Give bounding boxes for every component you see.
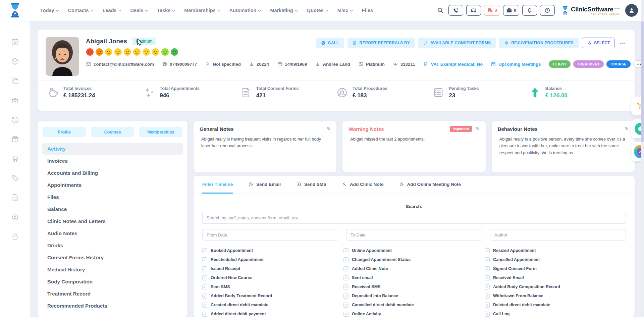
- timeline-search-input[interactable]: [202, 212, 626, 224]
- timeline-filter-item[interactable]: ✓ Sent email: [343, 275, 485, 280]
- nav-tasks[interactable]: Tasks: [157, 8, 175, 13]
- select-button[interactable]: SELECT: [582, 38, 615, 48]
- notifications-button[interactable]: [522, 5, 537, 16]
- menu-recommended-products[interactable]: Recommended Products: [42, 300, 183, 312]
- search-icon[interactable]: [435, 5, 445, 15]
- dob-detail[interactable]: 14/09/1969: [277, 61, 307, 67]
- checkbox[interactable]: ✓: [202, 248, 207, 253]
- menu-consent-forms-history[interactable]: Consent Forms History: [42, 252, 183, 263]
- timeline-filter-item[interactable]: ✓ Cancelled Appointment: [485, 257, 626, 262]
- calendar-icon[interactable]: [10, 38, 20, 47]
- tab-add-clinic-note[interactable]: Add Clinic Note: [342, 176, 384, 194]
- owner-detail[interactable]: Andree Land: [315, 61, 350, 67]
- menu-treatment-record[interactable]: Treatment Record: [42, 288, 183, 300]
- loyalty-detail[interactable]: 313211: [393, 61, 415, 67]
- checkbox[interactable]: ✓: [202, 284, 207, 289]
- menu-invoices[interactable]: Invoices: [42, 155, 183, 167]
- menu-body-composition[interactable]: Body Composition: [42, 276, 183, 287]
- mood-emoji-icon[interactable]: [86, 48, 94, 56]
- menu-balance[interactable]: Balance: [42, 203, 183, 215]
- patient-photo[interactable]: [46, 37, 79, 76]
- available-consent-forms-button[interactable]: AVAILABLE CONSENT FORMS: [418, 38, 496, 48]
- cart-icon[interactable]: [10, 154, 20, 164]
- report-icon[interactable]: [10, 193, 20, 203]
- timeline-filter-item[interactable]: ✓ Added direct debit payment: [202, 311, 343, 317]
- checkbox[interactable]: ✓: [202, 257, 207, 262]
- label-treatment[interactable]: TREATMENT: [573, 60, 604, 68]
- tier-badge[interactable]: Platinum: [132, 38, 156, 45]
- nav-leads[interactable]: Leads: [103, 8, 121, 13]
- timeline-filter-item[interactable]: ✓ Cancelled direct debit mandate: [343, 302, 485, 308]
- mood-emoji-icon[interactable]: [152, 48, 160, 56]
- checkbox[interactable]: ✓: [343, 257, 348, 262]
- mood-emoji-icon[interactable]: [114, 48, 122, 56]
- client-id-detail[interactable]: 20224: [249, 61, 269, 67]
- membership-detail[interactable]: Platinum: [358, 61, 385, 67]
- menu-drinks[interactable]: Drinks: [42, 240, 183, 251]
- tab-filter-timeline[interactable]: Filter Timeline: [202, 176, 233, 194]
- timeline-filter-item[interactable]: ✓ Received Email: [485, 275, 626, 280]
- nav-misc[interactable]: Misc: [337, 8, 353, 13]
- mood-emoji-icon[interactable]: [123, 48, 131, 56]
- checkbox[interactable]: ✓: [202, 294, 207, 299]
- timeline-filter-item[interactable]: ✓ Changed Appointment Status: [343, 257, 485, 262]
- checkbox[interactable]: ✓: [343, 303, 348, 308]
- menu-clinic-notes-and-letters[interactable]: Clinic Notes and Letters: [42, 215, 183, 227]
- vat-exempt-detail[interactable]: VAT Exempt Medical: No: [423, 61, 483, 67]
- checkbox[interactable]: ✓: [485, 294, 490, 299]
- timeline-filter-item[interactable]: ✓ Received SMS: [343, 284, 485, 289]
- timeline-filter-item[interactable]: ✓ Added Body Treatment Record: [202, 293, 343, 299]
- tab-send-sms[interactable]: Send SMS: [296, 176, 326, 194]
- timeline-filter-item[interactable]: ✓ Call Log: [485, 311, 626, 317]
- timeline-filter-item[interactable]: ✓ Online Appointment: [343, 248, 485, 253]
- menu-audio-notes[interactable]: Audio Notes: [42, 227, 183, 239]
- mood-emoji-icon[interactable]: [170, 48, 178, 56]
- checkbox[interactable]: ✓: [343, 312, 348, 317]
- nav-today[interactable]: Today: [40, 8, 59, 13]
- more-options-button[interactable]: •••: [618, 39, 627, 47]
- timeline-filter-item[interactable]: ✓ Withdrawn From Balance: [485, 293, 626, 299]
- checkbox[interactable]: ✓: [343, 284, 348, 289]
- nav-quotes[interactable]: Quotes: [307, 8, 328, 13]
- menu-accounts-and-billing[interactable]: Accounts and Billing: [42, 167, 183, 179]
- nav-contacts[interactable]: Contacts: [68, 8, 94, 13]
- timeline-filter-item[interactable]: ✓ Issued Receipt: [202, 266, 343, 271]
- timeline-filter-item[interactable]: ✓ Online Activity: [343, 311, 485, 317]
- checkbox[interactable]: ✓: [202, 275, 207, 280]
- to-date-input[interactable]: [346, 229, 482, 241]
- edit-pencil-icon[interactable]: ✎: [624, 126, 629, 132]
- timeline-filter-item[interactable]: ✓ Ordered New Course: [202, 275, 343, 280]
- time-lock-icon[interactable]: [10, 213, 20, 222]
- nav-files[interactable]: Files: [362, 8, 373, 13]
- checkbox[interactable]: ✓: [485, 266, 490, 271]
- history-icon[interactable]: [10, 115, 20, 125]
- author-input[interactable]: [490, 229, 626, 241]
- referral-detail[interactable]: Not specified: [205, 61, 241, 67]
- timeline-filter-item[interactable]: ✓ Signed Consent Form: [485, 266, 626, 271]
- copy-icon[interactable]: [10, 76, 20, 86]
- basket-icon[interactable]: [10, 96, 20, 105]
- scrollbar[interactable]: [641, 0, 644, 317]
- timeline-filter-item[interactable]: ✓ Deposited Into Balance: [343, 293, 485, 299]
- package-icon[interactable]: [10, 57, 20, 66]
- report-referrals-button[interactable]: REPORT REFERRALS BY: [347, 38, 415, 48]
- chat-button[interactable]: 3: [484, 5, 500, 16]
- checkbox[interactable]: ✓: [202, 266, 207, 271]
- upcoming-meetings-detail[interactable]: Upcoming Meetings: [491, 61, 541, 67]
- user-avatar[interactable]: [625, 4, 638, 17]
- timeline-filter-item[interactable]: ✓ Rescheduled Appointment: [202, 257, 343, 262]
- tab-profile[interactable]: Profile: [43, 127, 86, 137]
- checkbox[interactable]: ✓: [485, 284, 490, 289]
- label-course[interactable]: COURSE: [606, 60, 630, 68]
- checkbox[interactable]: ✓: [343, 294, 348, 299]
- tag-icon[interactable]: [10, 174, 20, 183]
- checkbox[interactable]: ✓: [485, 248, 490, 253]
- mood-emoji-icon[interactable]: [133, 48, 141, 56]
- mood-emoji-icon[interactable]: [142, 48, 150, 56]
- edit-pencil-icon[interactable]: ✎: [475, 126, 480, 132]
- timeline-filter-item[interactable]: ✓ Resized Appointment: [485, 248, 626, 253]
- inbox-button[interactable]: [466, 5, 481, 16]
- lock-icon[interactable]: [10, 232, 20, 242]
- email-detail[interactable]: contact@clinicsoftware.com: [86, 61, 154, 67]
- from-date-input[interactable]: [202, 229, 338, 241]
